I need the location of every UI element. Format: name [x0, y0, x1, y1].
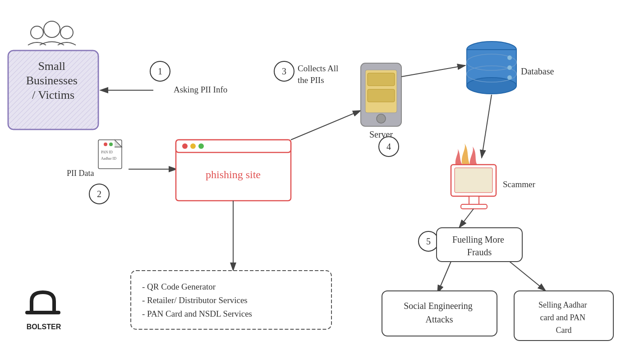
server-group: Server	[361, 63, 401, 139]
svg-rect-34	[469, 196, 479, 204]
svg-point-18	[198, 143, 204, 149]
bolster-label: BOLSTER	[27, 323, 61, 331]
svg-rect-33	[455, 168, 492, 193]
selling-group: Selling Aadhar card and PAN Card	[514, 291, 613, 341]
db-arrow	[401, 65, 465, 77]
svg-point-13	[109, 143, 113, 146]
bolster-logo	[27, 292, 59, 313]
pii-document: PAN ID Aadhar ID	[98, 140, 122, 169]
step5-number: 5	[426, 236, 431, 246]
database-label: Database	[521, 66, 554, 76]
phishing-site-label: phishing site	[206, 169, 261, 180]
svg-rect-35	[461, 204, 487, 209]
svg-point-4	[31, 26, 43, 39]
svg-point-16	[182, 143, 188, 149]
db-to-scammer-arrow	[482, 95, 492, 158]
step2-number: 2	[97, 189, 101, 199]
svg-rect-22	[368, 89, 395, 102]
fuelling-to-social-arrow	[437, 262, 451, 293]
svg-point-30	[507, 65, 512, 70]
pii-data-label: PII Data	[67, 169, 94, 178]
scammer-label: Scammer	[503, 180, 535, 189]
diagram-container: Small Businesses / Victims 1 Asking PII …	[0, 0, 644, 350]
database-group: Database	[467, 41, 554, 94]
svg-point-23	[377, 114, 386, 123]
services-group: - QR Code Generator - Retailer/ Distribu…	[131, 271, 331, 329]
svg-rect-21	[368, 73, 395, 86]
svg-point-5	[44, 21, 60, 37]
social-engineering-group: Social Engineering Attacks	[382, 291, 497, 336]
svg-point-29	[507, 55, 512, 60]
svg-point-17	[190, 143, 196, 149]
scammer-group: Scammer	[451, 143, 535, 209]
svg-text:PAN ID: PAN ID	[101, 150, 113, 154]
svg-text:Aadhar ID: Aadhar ID	[101, 157, 116, 161]
victims-group: Small Businesses / Victims	[8, 21, 98, 129]
step3-label: Collects All the PIIs	[298, 64, 340, 85]
step3-number: 3	[282, 66, 286, 76]
scammer-to-fuelling-arrow	[459, 209, 474, 228]
fuelling-group: 5 Fuelling More Frauds	[419, 228, 522, 262]
step1-number: 1	[158, 66, 162, 76]
phishing-site-group: phishing site	[176, 140, 291, 201]
svg-point-6	[60, 26, 73, 39]
step3-arrow	[291, 111, 361, 140]
svg-point-31	[507, 75, 512, 80]
step1-label: Asking PII Info	[174, 85, 227, 94]
fuelling-to-selling-arrow	[510, 262, 546, 291]
step4-number: 4	[386, 142, 391, 152]
svg-rect-37	[382, 291, 497, 336]
svg-point-12	[104, 143, 107, 146]
